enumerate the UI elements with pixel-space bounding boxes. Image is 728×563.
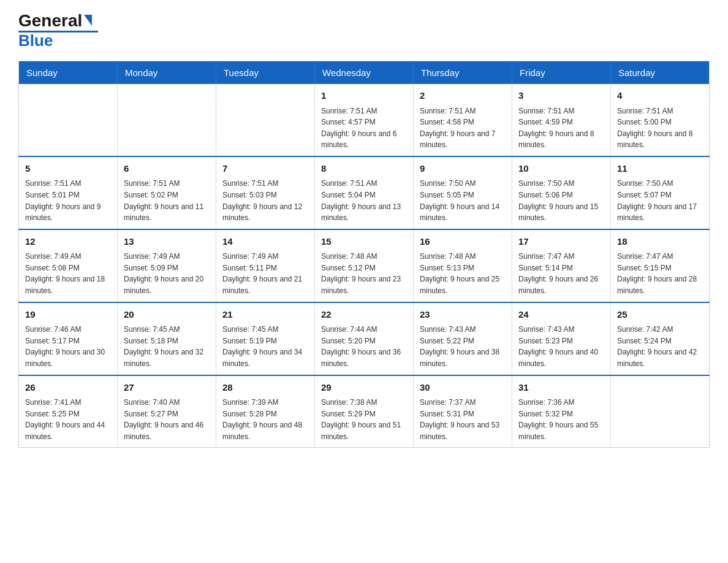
day-info: Sunrise: 7:36 AM Sunset: 5:32 PM Dayligh… xyxy=(518,397,604,442)
day-info: Sunrise: 7:51 AM Sunset: 4:57 PM Dayligh… xyxy=(321,105,407,151)
day-info: Sunrise: 7:51 AM Sunset: 5:04 PM Dayligh… xyxy=(321,178,407,223)
calendar-cell: 8Sunrise: 7:51 AM Sunset: 5:04 PM Daylig… xyxy=(315,156,414,229)
day-number: 16 xyxy=(420,235,506,249)
calendar-cell: 5Sunrise: 7:51 AM Sunset: 5:01 PM Daylig… xyxy=(19,156,118,229)
calendar-cell: 25Sunrise: 7:42 AM Sunset: 5:24 PM Dayli… xyxy=(611,302,710,375)
day-number: 9 xyxy=(420,162,506,176)
day-info: Sunrise: 7:50 AM Sunset: 5:06 PM Dayligh… xyxy=(518,178,604,223)
calendar-cell: 6Sunrise: 7:51 AM Sunset: 5:02 PM Daylig… xyxy=(118,156,216,229)
day-number: 2 xyxy=(420,89,506,103)
day-info: Sunrise: 7:47 AM Sunset: 5:14 PM Dayligh… xyxy=(518,251,604,296)
calendar-cell: 13Sunrise: 7:49 AM Sunset: 5:09 PM Dayli… xyxy=(118,229,216,302)
day-info: Sunrise: 7:51 AM Sunset: 5:00 PM Dayligh… xyxy=(617,105,703,151)
day-info: Sunrise: 7:49 AM Sunset: 5:11 PM Dayligh… xyxy=(222,251,308,296)
day-number: 28 xyxy=(222,381,308,395)
day-number: 19 xyxy=(25,308,111,322)
day-info: Sunrise: 7:43 AM Sunset: 5:22 PM Dayligh… xyxy=(420,324,506,369)
day-info: Sunrise: 7:46 AM Sunset: 5:17 PM Dayligh… xyxy=(25,324,111,369)
calendar-cell: 23Sunrise: 7:43 AM Sunset: 5:22 PM Dayli… xyxy=(414,302,512,375)
day-number: 29 xyxy=(321,381,407,395)
calendar-cell: 3Sunrise: 7:51 AM Sunset: 4:59 PM Daylig… xyxy=(512,84,611,156)
day-info: Sunrise: 7:45 AM Sunset: 5:18 PM Dayligh… xyxy=(124,324,210,369)
day-info: Sunrise: 7:48 AM Sunset: 5:12 PM Dayligh… xyxy=(321,251,407,296)
calendar-cell: 15Sunrise: 7:48 AM Sunset: 5:12 PM Dayli… xyxy=(315,229,414,302)
calendar-cell: 31Sunrise: 7:36 AM Sunset: 5:32 PM Dayli… xyxy=(512,375,611,448)
day-number: 31 xyxy=(518,381,604,395)
day-info: Sunrise: 7:51 AM Sunset: 5:01 PM Dayligh… xyxy=(25,178,111,223)
day-info: Sunrise: 7:49 AM Sunset: 5:08 PM Dayligh… xyxy=(25,251,111,296)
day-info: Sunrise: 7:51 AM Sunset: 5:03 PM Dayligh… xyxy=(222,178,308,223)
day-number: 22 xyxy=(321,308,407,322)
day-info: Sunrise: 7:48 AM Sunset: 5:13 PM Dayligh… xyxy=(420,251,506,296)
calendar-cell: 12Sunrise: 7:49 AM Sunset: 5:08 PM Dayli… xyxy=(19,229,118,302)
day-number: 5 xyxy=(25,162,111,176)
calendar-week-1: 1Sunrise: 7:51 AM Sunset: 4:57 PM Daylig… xyxy=(19,84,710,156)
calendar-cell: 26Sunrise: 7:41 AM Sunset: 5:25 PM Dayli… xyxy=(19,375,118,448)
day-number: 27 xyxy=(124,381,210,395)
calendar-header-monday: Monday xyxy=(118,61,216,85)
calendar-header-saturday: Saturday xyxy=(611,61,710,85)
day-number: 7 xyxy=(222,162,308,176)
day-info: Sunrise: 7:45 AM Sunset: 5:19 PM Dayligh… xyxy=(222,324,308,369)
day-info: Sunrise: 7:49 AM Sunset: 5:09 PM Dayligh… xyxy=(124,251,210,296)
calendar-cell: 19Sunrise: 7:46 AM Sunset: 5:17 PM Dayli… xyxy=(19,302,118,375)
day-info: Sunrise: 7:38 AM Sunset: 5:29 PM Dayligh… xyxy=(321,397,407,442)
day-number: 14 xyxy=(222,235,308,249)
calendar-cell: 14Sunrise: 7:49 AM Sunset: 5:11 PM Dayli… xyxy=(216,229,315,302)
calendar-cell: 4Sunrise: 7:51 AM Sunset: 5:00 PM Daylig… xyxy=(611,84,710,156)
day-info: Sunrise: 7:50 AM Sunset: 5:07 PM Dayligh… xyxy=(617,178,703,223)
calendar-week-3: 12Sunrise: 7:49 AM Sunset: 5:08 PM Dayli… xyxy=(19,229,710,302)
day-number: 26 xyxy=(25,381,111,395)
day-number: 1 xyxy=(321,89,407,103)
day-number: 6 xyxy=(124,162,210,176)
calendar-cell: 10Sunrise: 7:50 AM Sunset: 5:06 PM Dayli… xyxy=(512,156,611,229)
calendar-cell: 30Sunrise: 7:37 AM Sunset: 5:31 PM Dayli… xyxy=(414,375,512,448)
calendar-cell: 29Sunrise: 7:38 AM Sunset: 5:29 PM Dayli… xyxy=(315,375,414,448)
calendar-cell xyxy=(216,84,315,156)
calendar-cell: 24Sunrise: 7:43 AM Sunset: 5:23 PM Dayli… xyxy=(512,302,611,375)
day-number: 24 xyxy=(518,308,604,322)
day-info: Sunrise: 7:40 AM Sunset: 5:27 PM Dayligh… xyxy=(124,397,210,442)
calendar-cell: 20Sunrise: 7:45 AM Sunset: 5:18 PM Dayli… xyxy=(118,302,216,375)
calendar-cell: 21Sunrise: 7:45 AM Sunset: 5:19 PM Dayli… xyxy=(216,302,315,375)
day-number: 23 xyxy=(420,308,506,322)
calendar-table: SundayMondayTuesdayWednesdayThursdayFrid… xyxy=(18,61,710,448)
day-info: Sunrise: 7:37 AM Sunset: 5:31 PM Dayligh… xyxy=(420,397,506,442)
calendar-cell: 2Sunrise: 7:51 AM Sunset: 4:58 PM Daylig… xyxy=(414,84,512,156)
calendar-cell xyxy=(118,84,216,156)
calendar-cell: 7Sunrise: 7:51 AM Sunset: 5:03 PM Daylig… xyxy=(216,156,315,229)
calendar-header-thursday: Thursday xyxy=(414,61,512,85)
day-info: Sunrise: 7:51 AM Sunset: 4:58 PM Dayligh… xyxy=(420,105,506,151)
calendar-cell xyxy=(611,375,710,448)
day-number: 17 xyxy=(518,235,604,249)
calendar-header-sunday: Sunday xyxy=(19,61,118,85)
calendar-cell: 22Sunrise: 7:44 AM Sunset: 5:20 PM Dayli… xyxy=(315,302,414,375)
calendar-cell: 1Sunrise: 7:51 AM Sunset: 4:57 PM Daylig… xyxy=(315,84,414,156)
day-info: Sunrise: 7:39 AM Sunset: 5:28 PM Dayligh… xyxy=(222,397,308,442)
calendar-week-4: 19Sunrise: 7:46 AM Sunset: 5:17 PM Dayli… xyxy=(19,302,710,375)
day-info: Sunrise: 7:50 AM Sunset: 5:05 PM Dayligh… xyxy=(420,178,506,223)
calendar-week-5: 26Sunrise: 7:41 AM Sunset: 5:25 PM Dayli… xyxy=(19,375,710,448)
logo-text-blue: Blue xyxy=(18,33,53,48)
logo: General Blue xyxy=(18,12,98,48)
day-number: 3 xyxy=(518,89,604,103)
day-number: 25 xyxy=(617,308,703,322)
day-number: 18 xyxy=(617,235,703,249)
day-info: Sunrise: 7:41 AM Sunset: 5:25 PM Dayligh… xyxy=(25,397,111,442)
day-number: 15 xyxy=(321,235,407,249)
day-number: 4 xyxy=(617,89,703,103)
calendar-week-2: 5Sunrise: 7:51 AM Sunset: 5:01 PM Daylig… xyxy=(19,156,710,229)
calendar-cell: 16Sunrise: 7:48 AM Sunset: 5:13 PM Dayli… xyxy=(414,229,512,302)
calendar-header-wednesday: Wednesday xyxy=(315,61,414,85)
calendar-cell: 9Sunrise: 7:50 AM Sunset: 5:05 PM Daylig… xyxy=(414,156,512,229)
day-info: Sunrise: 7:51 AM Sunset: 4:59 PM Dayligh… xyxy=(518,105,604,151)
day-number: 11 xyxy=(617,162,703,176)
calendar-cell xyxy=(19,84,118,156)
day-number: 21 xyxy=(222,308,308,322)
calendar-header-tuesday: Tuesday xyxy=(216,61,315,85)
calendar-header-row: SundayMondayTuesdayWednesdayThursdayFrid… xyxy=(19,61,710,85)
day-info: Sunrise: 7:47 AM Sunset: 5:15 PM Dayligh… xyxy=(617,251,703,296)
calendar-cell: 18Sunrise: 7:47 AM Sunset: 5:15 PM Dayli… xyxy=(611,229,710,302)
day-number: 10 xyxy=(518,162,604,176)
calendar-cell: 17Sunrise: 7:47 AM Sunset: 5:14 PM Dayli… xyxy=(512,229,611,302)
